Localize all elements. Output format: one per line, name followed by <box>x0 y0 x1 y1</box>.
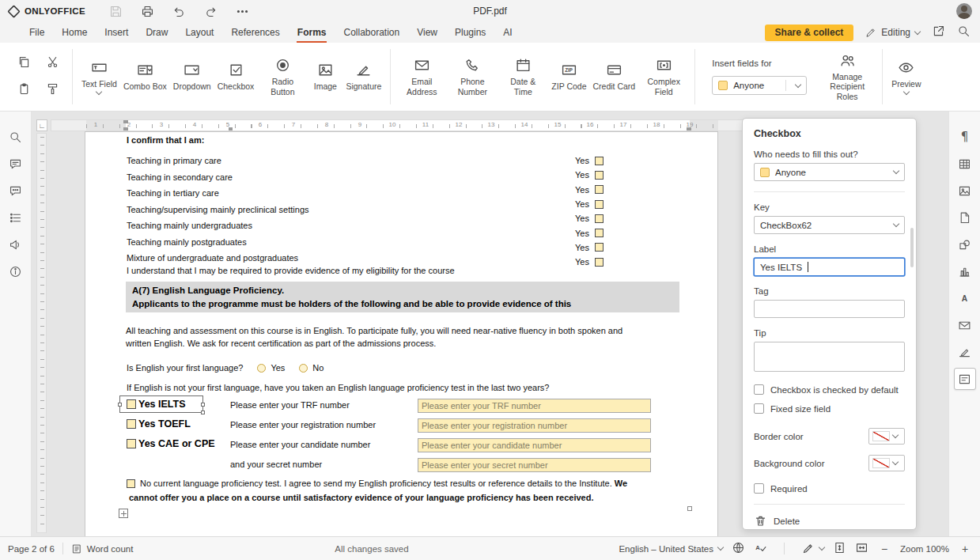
user-avatar[interactable] <box>956 3 972 19</box>
radio-button-field-button[interactable]: Radio Button <box>257 55 308 99</box>
spellcheck-button[interactable]: A <box>754 541 767 556</box>
tool-mode-dropdown[interactable] <box>801 542 824 555</box>
manage-recipient-roles-button[interactable]: Manage Recipient Roles <box>818 50 876 104</box>
delete-field-button[interactable]: Delete <box>754 514 905 528</box>
form-checkbox[interactable] <box>595 243 604 252</box>
fit-width-button[interactable] <box>855 541 868 556</box>
preview-button[interactable]: Preview <box>888 57 924 96</box>
chat-panel-button[interactable] <box>5 180 27 202</box>
dropdown-field-button[interactable]: Dropdown <box>170 59 214 93</box>
first-line-indent-marker[interactable] <box>123 120 128 123</box>
selection-handle[interactable] <box>201 403 205 407</box>
border-color-picker[interactable] <box>868 428 905 445</box>
date-time-field-button[interactable]: Date & Time <box>498 55 548 99</box>
tab-references[interactable]: References <box>222 22 288 43</box>
combo-box-button[interactable]: Combo Box <box>120 59 170 93</box>
cut-button[interactable] <box>46 55 59 72</box>
tab-plugins[interactable]: Plugins <box>446 22 494 43</box>
undo-button[interactable] <box>171 3 187 19</box>
mode-dropdown[interactable]: Editing <box>865 27 920 38</box>
tab-stop-selector[interactable]: ∟ <box>36 119 47 131</box>
document-page[interactable]: I confirm that I am: Teaching in primary… <box>85 132 717 536</box>
redo-button[interactable] <box>202 3 218 19</box>
selection-handle[interactable] <box>201 411 205 414</box>
open-file-location-button[interactable] <box>932 25 945 41</box>
form-checkbox[interactable] <box>595 214 604 223</box>
tab-file[interactable]: File <box>21 22 53 43</box>
complex-field-button[interactable]: Complex Field <box>638 55 689 99</box>
language-selector[interactable]: English – United States <box>619 544 723 554</box>
form-checkbox[interactable] <box>595 200 604 209</box>
signature-field-button[interactable]: Signature <box>342 59 384 93</box>
checked-by-default-checkbox[interactable]: Checkbox is checked by default <box>754 384 905 395</box>
zip-code-field-button[interactable]: ZIP ZIP Code <box>548 59 589 93</box>
comments-panel-button[interactable] <box>5 153 27 175</box>
key-select[interactable]: CheckBox62 <box>754 216 905 234</box>
who-fills-select[interactable]: Anyone <box>754 163 905 181</box>
form-checkbox[interactable] <box>595 229 604 237</box>
checkbox-field-yes-ielts[interactable]: Yes IELTS <box>127 399 186 410</box>
form-radio-no[interactable] <box>299 364 308 373</box>
set-document-language-button[interactable] <box>732 541 745 556</box>
customize-quick-access-button[interactable] <box>234 3 250 19</box>
right-indent-marker[interactable] <box>687 127 691 131</box>
tab-ai[interactable]: AI <box>494 22 520 43</box>
tab-view[interactable]: View <box>408 22 446 43</box>
form-checkbox[interactable] <box>595 171 604 180</box>
navigation-panel-button[interactable] <box>5 206 27 229</box>
feedback-button[interactable] <box>5 233 27 255</box>
chart-settings-button[interactable] <box>954 260 976 282</box>
zoom-value[interactable]: Zoom 100% <box>900 544 949 554</box>
text-field-button[interactable]: Text Field <box>78 57 120 96</box>
page-settings-button[interactable] <box>954 206 976 229</box>
checkbox-field-button[interactable]: Checkbox <box>214 59 258 93</box>
word-count-button[interactable]: Word count <box>71 543 134 554</box>
form-checkbox[interactable] <box>127 419 136 429</box>
image-field-button[interactable]: Image <box>308 59 342 93</box>
copy-button[interactable] <box>17 55 31 72</box>
tip-textarea[interactable] <box>754 342 905 372</box>
save-button[interactable] <box>108 3 123 19</box>
checkbox-field-yes-toefl[interactable]: Yes TOEFL <box>127 418 191 429</box>
credit-card-field-button[interactable]: Credit Card <box>590 59 639 93</box>
form-checkbox[interactable] <box>595 185 604 194</box>
format-painter-button[interactable] <box>46 82 59 99</box>
checkbox-field-yes-cae[interactable]: Yes CAE or CPE <box>127 438 215 449</box>
table-resize-handle[interactable] <box>687 506 692 511</box>
search-button[interactable] <box>957 25 971 41</box>
image-settings-button[interactable] <box>954 180 976 202</box>
tab-stop-marker[interactable] <box>229 127 233 131</box>
share-collect-button[interactable]: Share & collect <box>765 25 854 41</box>
form-text-field-registration[interactable]: Please enter your registration number <box>418 418 651 433</box>
signature-settings-button[interactable] <box>954 341 976 363</box>
tab-draw[interactable]: Draw <box>137 22 176 43</box>
table-select-marker[interactable] <box>119 509 128 518</box>
role-selector[interactable]: Anyone <box>712 76 807 95</box>
selection-handle[interactable] <box>118 403 122 407</box>
zoom-in-button[interactable]: + <box>958 542 972 556</box>
tab-collaboration[interactable]: Collaboration <box>335 22 408 43</box>
mail-merge-settings-button[interactable] <box>954 314 976 336</box>
shape-settings-button[interactable] <box>954 233 976 255</box>
page-indicator[interactable]: Page 2 of 6 <box>8 544 55 554</box>
email-address-field-button[interactable]: Email Address <box>396 55 447 99</box>
zoom-out-button[interactable]: − <box>877 542 891 556</box>
form-checkbox[interactable] <box>595 258 604 267</box>
form-checkbox[interactable] <box>127 439 136 448</box>
form-radio-yes[interactable] <box>257 364 266 373</box>
form-checkbox[interactable] <box>127 479 135 488</box>
left-indent-marker[interactable] <box>123 127 128 131</box>
tab-insert[interactable]: Insert <box>96 22 137 43</box>
form-checkbox[interactable] <box>595 157 604 165</box>
required-checkbox[interactable]: Required <box>754 483 905 494</box>
panel-scrollbar-thumb[interactable] <box>910 228 914 267</box>
phone-number-field-button[interactable]: Phone Number <box>447 55 498 99</box>
form-text-field-secret[interactable]: Please enter your secret number <box>418 458 651 472</box>
form-text-field-trf[interactable]: Please enter your TRF number <box>418 399 651 413</box>
form-checkbox[interactable] <box>127 399 136 409</box>
table-settings-button[interactable] <box>954 153 976 175</box>
tag-input[interactable] <box>754 300 905 318</box>
tab-home[interactable]: Home <box>53 22 96 43</box>
paste-button[interactable] <box>17 82 31 99</box>
fixed-size-checkbox[interactable]: Fixed size field <box>754 403 905 414</box>
